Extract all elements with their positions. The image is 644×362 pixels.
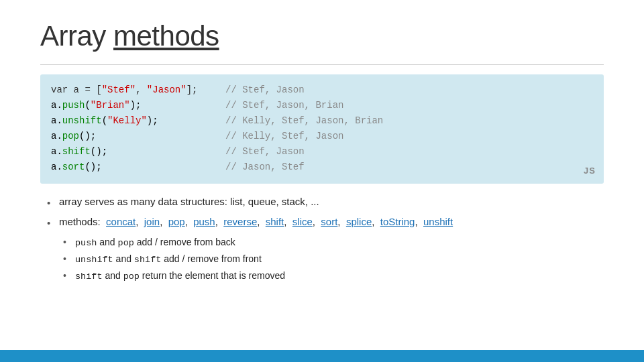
bullet-dot-2: •: [47, 216, 54, 231]
sub-bullet-2: • unshift and shift add / remove from fr…: [63, 252, 604, 267]
sub-bullet-1: • push and pop add / remove from back: [63, 235, 604, 250]
code-line-6: a.sort(); // Jason, Stef: [51, 160, 593, 175]
link-tostring[interactable]: toString: [380, 216, 415, 227]
link-concat[interactable]: concat: [106, 216, 136, 227]
link-splice[interactable]: splice: [346, 216, 372, 227]
link-sort[interactable]: sort: [321, 216, 337, 227]
link-shift[interactable]: shift: [266, 216, 284, 227]
code-line-1: var a = ["Stef", "Jason"]; // Stef, Jaso…: [51, 82, 593, 98]
code-line-3: a.unshift("Kelly"); // Kelly, Stef, Jaso…: [51, 113, 593, 129]
sub-bullets-section: • push and pop add / remove from back • …: [47, 235, 604, 284]
page-title: Array methods: [40, 20, 604, 52]
link-unshift[interactable]: unshift: [423, 216, 453, 227]
bottom-bar: [0, 350, 644, 362]
bullet-item-2: • methods: concat, join, pop, push, reve…: [47, 215, 604, 231]
sub-bullet-text-3: shift and pop return the element that is…: [75, 269, 285, 284]
link-pop[interactable]: pop: [168, 216, 185, 227]
divider: [40, 64, 604, 65]
code-block: var a = ["Stef", "Jason"]; // Stef, Jaso…: [40, 74, 604, 184]
link-slice[interactable]: slice: [292, 216, 313, 227]
bullets-section: • array serves as many data structures: …: [40, 194, 604, 284]
title-suffix: methods: [113, 20, 219, 52]
title-prefix: Array: [40, 20, 113, 52]
bullet-item-1: • array serves as many data structures: …: [47, 194, 604, 211]
sub-bullet-text-1: push and pop add / remove from back: [75, 235, 235, 250]
bullet-text-2: methods: concat, join, pop, push, revers…: [59, 215, 604, 230]
code-line-2: a.push("Brian"); // Stef, Jason, Brian: [51, 98, 593, 113]
sub-bullet-3: • shift and pop return the element that …: [63, 269, 604, 284]
link-join[interactable]: join: [144, 216, 160, 227]
code-line-4: a.pop(); // Kelly, Stef, Jason: [51, 129, 593, 144]
code-line-5: a.shift(); // Stef, Jason: [51, 144, 593, 160]
link-push[interactable]: push: [193, 216, 215, 227]
link-reverse[interactable]: reverse: [223, 216, 257, 227]
bullet-dot-1: •: [47, 196, 54, 211]
slide: Array methods var a = ["Stef", "Jason"];…: [0, 0, 644, 362]
js-badge: JS: [584, 164, 596, 178]
sub-bullet-text-2: unshift and shift add / remove from fron…: [75, 252, 262, 267]
bullet-text-1: array serves as many data structures: li…: [59, 194, 604, 210]
